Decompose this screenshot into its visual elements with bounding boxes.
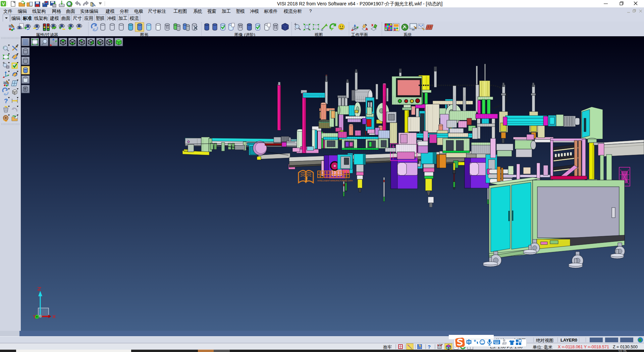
svg-text:V: V (2, 1, 5, 6)
svg-text:INTELLIGENT MANUFACTURING DATA: INTELLIGENT MANUFACTURING DATA (317, 179, 353, 182)
svg-text:?: ? (428, 344, 431, 350)
svg-text:?: ? (4, 97, 8, 104)
svg-text:7: 7 (505, 342, 506, 345)
